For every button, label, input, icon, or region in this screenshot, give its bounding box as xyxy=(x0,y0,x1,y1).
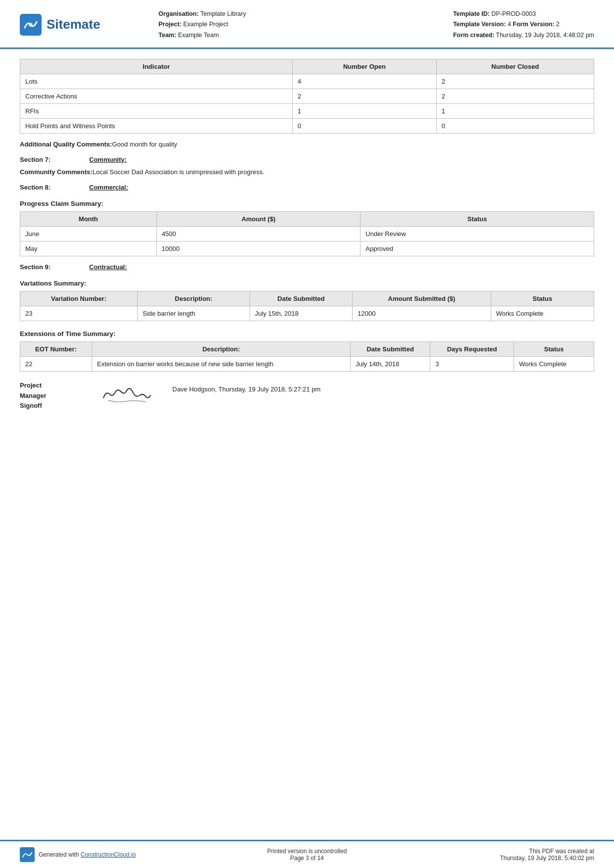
section8-row: Section 8: Commercial: xyxy=(20,184,594,191)
section7-value: Community: xyxy=(89,156,127,163)
team-value: Example Team xyxy=(178,32,218,39)
progress-col2-header: Amount ($) xyxy=(156,211,360,226)
team-label: Team: xyxy=(158,32,176,39)
indicators-col2-header: Number Open xyxy=(293,59,437,74)
indicators-col3-header: Number Closed xyxy=(436,59,594,74)
var-col5-header: Status xyxy=(491,291,594,306)
var-col4-header: Amount Submitted ($) xyxy=(353,291,491,306)
variations-table: Variation Number: Description: Date Subm… xyxy=(20,291,594,321)
community-comments-row: Community Comments: Local Soccer Dad Ass… xyxy=(20,168,594,176)
form-version-label: Form Version: xyxy=(513,21,555,28)
additional-quality-label: Additional Quality Comments: xyxy=(20,141,112,148)
eot-header-row: EOT Number: Description: Date Submitted … xyxy=(20,341,594,356)
template-id-line: Template ID: DP-PROD-0003 xyxy=(453,9,594,19)
template-version-line: Template Version: 4 Form Version: 2 xyxy=(453,19,594,30)
footer-right-line1: This PDF was created at xyxy=(465,848,594,855)
signoff-label-line1: Project xyxy=(20,381,84,391)
table-row: 22Extension on barrier works because of … xyxy=(20,356,594,371)
footer-page-number: Page 3 of 14 xyxy=(149,855,465,862)
footer-center-line1: Printed version is uncontrolled xyxy=(149,848,465,855)
footer-generated-text: Generated with ConstructionCloud.io xyxy=(39,851,136,858)
footer-right: This PDF was created at Thursday, 19 Jul… xyxy=(465,848,594,862)
footer-center: Printed version is uncontrolled Page 3 o… xyxy=(149,848,465,862)
main-content: Indicator Number Open Number Closed Lots… xyxy=(0,49,614,840)
footer-right-line2: Thursday, 19 July 2018, 5:40:02 pm xyxy=(465,855,594,862)
org-label: Organisation: xyxy=(158,10,199,17)
table-row: May10000Approved xyxy=(20,241,594,256)
variations-title: Variations Summary: xyxy=(20,280,594,287)
additional-quality-row: Additional Quality Comments: Good month … xyxy=(20,141,594,148)
eot-col4-header: Days Requested xyxy=(430,341,514,356)
template-id-label: Template ID: xyxy=(453,10,490,17)
signoff-area: Project Manager Signoff Dave Hodgson, Th… xyxy=(20,381,594,411)
template-id-value: DP-PROD-0003 xyxy=(491,10,536,17)
signoff-label: Project Manager Signoff xyxy=(20,381,84,411)
signoff-label-line3: Signoff xyxy=(20,401,84,411)
org-line: Organisation: Template Library xyxy=(158,9,453,19)
project-value: Example Project xyxy=(183,21,228,28)
form-created-value: Thursday, 19 July 2018, 4:48:02 pm xyxy=(496,32,595,39)
progress-col3-header: Status xyxy=(360,211,594,226)
table-row: Lots42 xyxy=(20,74,594,89)
header: Sitemate Organisation: Template Library … xyxy=(0,0,614,49)
footer-logo-area: Generated with ConstructionCloud.io xyxy=(20,847,149,862)
logo-icon xyxy=(20,14,42,36)
section9-row: Section 9: Contractual: xyxy=(20,263,594,271)
form-created-label: Form created: xyxy=(453,32,494,39)
section7-label: Section 7: xyxy=(20,156,89,163)
form-created-line: Form created: Thursday, 19 July 2018, 4:… xyxy=(453,30,594,41)
progress-claim-header-row: Month Amount ($) Status xyxy=(20,211,594,226)
community-comments-value: Local Soccer Dad Association is unimpres… xyxy=(93,168,265,176)
progress-claim-table: Month Amount ($) Status June4500Under Re… xyxy=(20,211,594,256)
section8-value: Commercial: xyxy=(89,184,128,191)
var-col3-header: Date Submitted xyxy=(250,291,352,306)
svg-point-1 xyxy=(29,23,33,27)
eot-title: Extensions of Time Summary: xyxy=(20,330,594,338)
signature-image xyxy=(96,381,160,409)
org-value: Template Library xyxy=(201,10,246,17)
signature-svg xyxy=(96,381,160,408)
team-line: Team: Example Team xyxy=(158,30,453,41)
table-row: June4500Under Review xyxy=(20,226,594,241)
var-col2-header: Description: xyxy=(138,291,250,306)
eot-col3-header: Date Submitted xyxy=(351,341,430,356)
template-version-value: 4 xyxy=(508,21,511,28)
section9-label: Section 9: xyxy=(20,263,89,271)
progress-claim-title: Progress Claim Summary: xyxy=(20,200,594,207)
signoff-label-line2: Manager xyxy=(20,391,84,401)
footer-logo-icon xyxy=(20,847,35,862)
project-label: Project: xyxy=(158,21,182,28)
var-col1-header: Variation Number: xyxy=(20,291,138,306)
footer-link[interactable]: ConstructionCloud.io xyxy=(81,851,136,858)
header-meta-right: Template ID: DP-PROD-0003 Template Versi… xyxy=(453,9,594,41)
section9-value: Contractual: xyxy=(89,263,127,271)
logo-area: Sitemate xyxy=(20,14,129,36)
eot-col2-header: Description: xyxy=(92,341,351,356)
page: Sitemate Organisation: Template Library … xyxy=(0,0,614,868)
indicators-table: Indicator Number Open Number Closed Lots… xyxy=(20,59,594,134)
eot-col1-header: EOT Number: xyxy=(20,341,92,356)
footer: Generated with ConstructionCloud.io Prin… xyxy=(0,840,614,868)
progress-col1-header: Month xyxy=(20,211,157,226)
table-row: 23Side barrier lengthJuly 15th, 20181200… xyxy=(20,306,594,321)
community-comments-label: Community Comments: xyxy=(20,168,93,176)
indicators-col1-header: Indicator xyxy=(20,59,293,74)
table-row: RFIs11 xyxy=(20,103,594,118)
eot-col5-header: Status xyxy=(514,341,594,356)
header-meta-left: Organisation: Template Library Project: … xyxy=(129,9,453,41)
table-row: Hold Points and Witness Points00 xyxy=(20,118,594,133)
table-row: Corrective Actions22 xyxy=(20,89,594,103)
signoff-info: Dave Hodgson, Thursday, 19 July 2018, 5:… xyxy=(172,381,320,393)
variations-header-row: Variation Number: Description: Date Subm… xyxy=(20,291,594,306)
section8-label: Section 8: xyxy=(20,184,89,191)
template-version-label: Template Version: xyxy=(453,21,506,28)
section7-row: Section 7: Community: xyxy=(20,156,594,163)
eot-table: EOT Number: Description: Date Submitted … xyxy=(20,341,594,372)
form-version-value: 2 xyxy=(556,21,560,28)
additional-quality-value: Good month for quality xyxy=(112,141,177,148)
logo-text: Sitemate xyxy=(47,17,100,32)
project-line: Project: Example Project xyxy=(158,19,453,30)
indicators-header-row: Indicator Number Open Number Closed xyxy=(20,59,594,74)
